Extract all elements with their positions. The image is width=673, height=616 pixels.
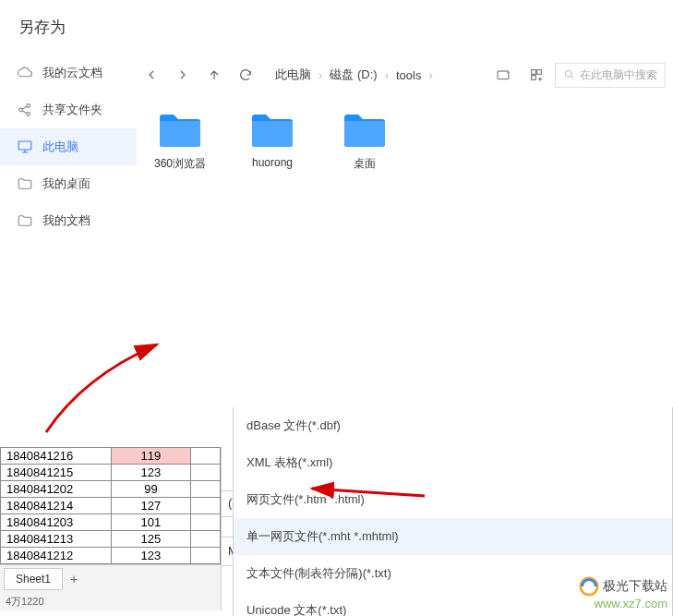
table-row: 1840841203101 [1,514,221,531]
watermark: 极光下载站 www.xz7.com [579,576,667,610]
forward-button[interactable] [168,60,198,90]
breadcrumb[interactable]: 此电脑 › 磁盘 (D:) › tools › [262,66,487,83]
sidebar-label: 我的桌面 [42,175,90,192]
dialog-title: 另存为 [0,0,673,54]
svg-rect-3 [18,141,31,150]
folder-item[interactable]: huorong [240,112,305,169]
folder-icon [343,112,387,149]
folder-icon [250,112,294,149]
svg-point-1 [27,104,30,108]
folder-name: 桌面 [354,156,376,172]
view-button[interactable] [522,60,551,90]
sidebar-item-shared[interactable]: 共享文件夹 [0,91,137,128]
svg-rect-6 [532,70,536,75]
dropdown-item[interactable]: 网页文件(*.htm *.html) [234,481,672,518]
folder-name: huorong [252,156,293,169]
cloud-icon [17,65,33,81]
up-button[interactable] [199,60,229,90]
sidebar-label: 我的云文档 [42,65,102,81]
table-row: 1840841216119 [1,448,221,465]
sidebar-label: 此电脑 [42,139,78,155]
refresh-button[interactable] [231,60,260,90]
sheet-tab[interactable]: Sheet1 [4,568,63,590]
table-row: 1840841213125 [1,531,221,548]
add-sheet-button[interactable]: + [63,568,85,590]
folder-name: 360浏览器 [154,156,206,172]
sidebar-item-desktop[interactable]: 我的桌面 [0,165,137,202]
logo-icon [579,576,599,597]
svg-rect-8 [532,76,536,80]
new-folder-button[interactable] [488,60,518,90]
spreadsheet-preview: 1840841216119 1840841215123 184084120299… [0,447,222,610]
folder-icon [17,175,33,192]
sheet-table: 1840841216119 1840841215123 184084120299… [0,447,221,564]
svg-point-9 [565,70,571,77]
dropdown-item[interactable]: XML 表格(*.xml) [234,444,672,481]
folder-icon [17,212,33,229]
nav-bar: 此电脑 › 磁盘 (D:) › tools › 在此 [137,54,673,95]
status-bar: 4万1220 [0,593,221,610]
breadcrumb-part[interactable]: 磁盘 (D:) [326,66,380,83]
dropdown-item[interactable]: dBase 文件(*.dbf) [234,407,672,444]
search-placeholder: 在此电脑中搜索 [580,67,657,83]
svg-point-0 [19,108,23,112]
dropdown-item[interactable]: 单一网页文件(*.mht *.mhtml) [234,518,672,555]
sidebar-item-cloud[interactable]: 我的云文档 [0,54,137,91]
chevron-right-icon: › [425,68,436,82]
search-input[interactable]: 在此电脑中搜索 [555,63,666,88]
folder-item[interactable]: 360浏览器 [148,112,212,172]
table-row: 1840841214127 [1,498,221,514]
folder-icon [158,112,202,149]
folder-item[interactable]: 桌面 [332,112,397,172]
table-row: 1840841212123 [1,548,221,564]
sidebar-item-documents[interactable]: 我的文档 [0,202,137,239]
svg-rect-7 [537,70,542,75]
table-row: 1840841215123 [1,465,221,481]
monitor-icon [17,139,33,155]
chevron-right-icon: › [315,68,326,82]
chevron-right-icon: › [381,68,392,82]
breadcrumb-part[interactable]: tools [392,68,425,82]
share-icon [17,102,33,118]
breadcrumb-part[interactable]: 此电脑 [271,66,315,83]
svg-point-2 [27,113,30,116]
table-row: 184084120299 [1,481,221,498]
sidebar-label: 共享文件夹 [42,102,102,118]
sidebar-item-computer[interactable]: 此电脑 [0,128,137,165]
sidebar-label: 我的文档 [42,212,90,229]
back-button[interactable] [137,60,166,90]
